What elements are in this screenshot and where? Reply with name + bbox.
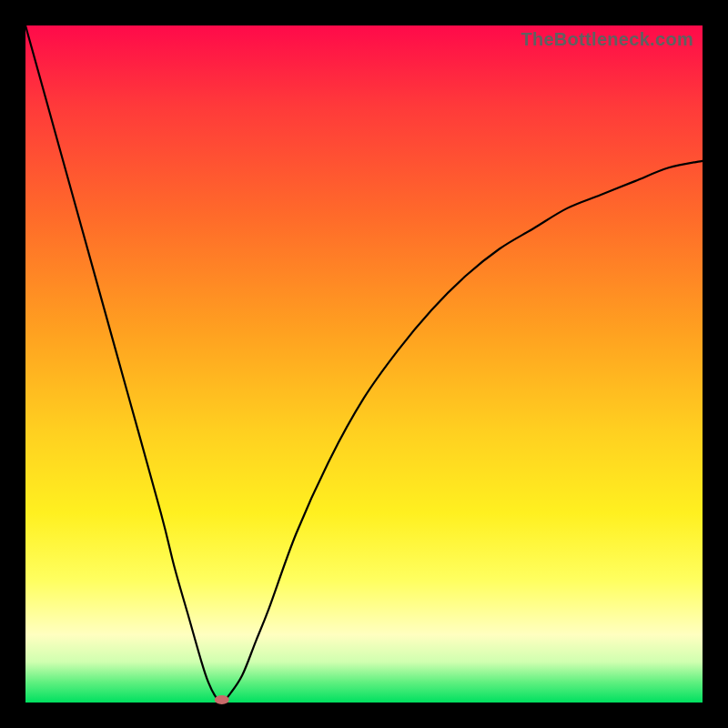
chart-frame: TheBottleneck.com — [0, 0, 728, 728]
minimum-marker — [215, 695, 229, 704]
bottleneck-curve — [25, 25, 703, 703]
plot-area: TheBottleneck.com — [25, 25, 703, 703]
chart-svg — [25, 25, 703, 703]
